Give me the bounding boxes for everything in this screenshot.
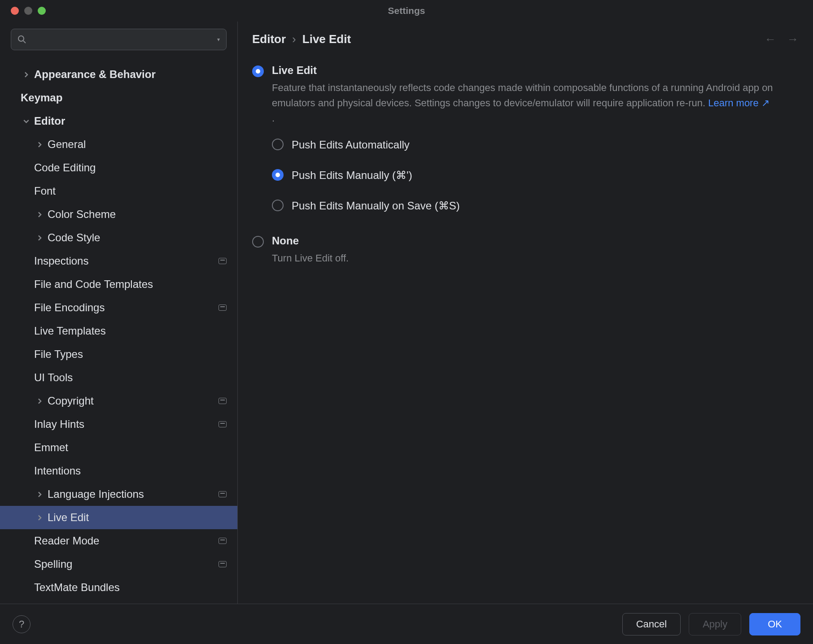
dialog-body: ▾ Appearance & BehaviorKeymapEditorGener… [0, 22, 813, 604]
chevron-down-icon[interactable] [21, 118, 31, 124]
radio-live-edit[interactable] [252, 65, 264, 77]
tree-item-file-encodings[interactable]: File Encodings [0, 296, 237, 319]
project-settings-icon [219, 538, 227, 544]
tree-item-label: Emmet [34, 441, 68, 454]
radio-sub-0[interactable] [272, 139, 284, 150]
tree-item-label: Editor [34, 115, 65, 127]
back-arrow-icon[interactable]: ← [765, 32, 776, 46]
tree-item-ui-tools[interactable]: UI Tools [0, 366, 237, 389]
tree-item-label: Spelling [34, 558, 72, 570]
tree-item-file-and-code-templates[interactable]: File and Code Templates [0, 273, 237, 296]
search-icon [17, 35, 26, 44]
tree-item-color-scheme[interactable]: Color Scheme [0, 203, 237, 226]
breadcrumb-parent[interactable]: Editor [252, 32, 286, 46]
tree-item-font[interactable]: Font [0, 179, 237, 203]
project-settings-icon [219, 398, 227, 404]
chevron-right-icon[interactable] [34, 235, 45, 241]
tree-item-label: Copyright [48, 395, 94, 407]
sub-option-1[interactable]: Push Edits Manually (⌘') [272, 169, 799, 182]
tree-item-label: Code Editing [34, 161, 96, 174]
tree-item-label: Inlay Hints [34, 418, 84, 431]
tree-item-inspections[interactable]: Inspections [0, 249, 237, 273]
tree-item-label: File and Code Templates [34, 278, 153, 291]
content-pane: Editor › Live Edit ← → Live Edit Feature… [238, 22, 813, 604]
tree-item-code-editing[interactable]: Code Editing [0, 156, 237, 179]
tree-item-code-style[interactable]: Code Style [0, 226, 237, 249]
tree-item-label: Code Style [48, 231, 100, 244]
maximize-window-button[interactable] [38, 7, 46, 15]
nav-arrows: ← → [765, 32, 799, 46]
project-settings-icon [219, 561, 227, 567]
tree-item-label: Reader Mode [34, 535, 99, 547]
tree-item-live-edit[interactable]: Live Edit [0, 506, 237, 529]
help-icon: ? [19, 618, 24, 630]
minimize-window-button[interactable] [24, 7, 32, 15]
apply-button[interactable]: Apply [689, 613, 741, 635]
tree-item-live-templates[interactable]: Live Templates [0, 319, 237, 343]
tree-item-label: Keymap [21, 91, 62, 104]
tree-item-label: Color Scheme [48, 208, 116, 221]
sub-option-2[interactable]: Push Edits Manually on Save (⌘S) [272, 200, 799, 212]
tree-item-label: UI Tools [34, 371, 73, 384]
close-window-button[interactable] [11, 7, 19, 15]
sub-option-0[interactable]: Push Edits Automatically [272, 139, 799, 151]
learn-more-link[interactable]: Learn more ↗ [708, 96, 769, 111]
tree-item-label: File Encodings [34, 301, 105, 314]
tree-item-appearance-behavior[interactable]: Appearance & Behavior [0, 63, 237, 86]
tree-item-textmate-bundles[interactable]: TextMate Bundles [0, 576, 237, 599]
chevron-right-icon[interactable] [21, 72, 31, 78]
tree-item-general[interactable]: General [0, 133, 237, 156]
tree-item-emmet[interactable]: Emmet [0, 436, 237, 459]
help-button[interactable]: ? [13, 615, 31, 633]
tree-item-label: General [48, 138, 86, 151]
tree-item-language-injections[interactable]: Language Injections [0, 483, 237, 506]
breadcrumb-current: Live Edit [302, 32, 351, 46]
tree-item-label: Live Templates [34, 325, 106, 337]
cancel-button[interactable]: Cancel [622, 613, 681, 635]
option-none-title: None [272, 235, 799, 247]
project-settings-icon [219, 421, 227, 427]
tree-item-file-types[interactable]: File Types [0, 343, 237, 366]
svg-line-1 [23, 41, 26, 43]
settings-tree[interactable]: Appearance & BehaviorKeymapEditorGeneral… [0, 57, 237, 604]
project-settings-icon [219, 491, 227, 497]
ok-button[interactable]: OK [749, 613, 800, 635]
tree-item-inlay-hints[interactable]: Inlay Hints [0, 413, 237, 436]
chevron-right-icon[interactable] [34, 212, 45, 218]
chevron-right-icon[interactable] [34, 492, 45, 497]
sidebar: ▾ Appearance & BehaviorKeymapEditorGener… [0, 22, 238, 604]
tree-item-editor[interactable]: Editor [0, 109, 237, 133]
dropdown-icon: ▾ [217, 36, 220, 43]
chevron-right-icon[interactable] [34, 398, 45, 404]
tree-item-label: Live Edit [48, 511, 89, 524]
search-box[interactable]: ▾ [11, 29, 227, 50]
tree-item-label: Appearance & Behavior [34, 68, 156, 81]
option-none[interactable]: None Turn Live Edit off. [252, 235, 799, 266]
radio-sub-2[interactable] [272, 200, 284, 211]
button-group: Cancel Apply OK [622, 613, 800, 635]
option-live-edit-title: Live Edit [272, 64, 799, 77]
chevron-right-icon[interactable] [34, 515, 45, 521]
forward-arrow-icon[interactable]: → [787, 32, 799, 46]
dialog-footer: ? Cancel Apply OK [0, 604, 813, 644]
option-live-edit[interactable]: Live Edit Feature that instantaneously r… [252, 64, 799, 230]
tree-item-copyright[interactable]: Copyright [0, 389, 237, 413]
sub-option-label: Push Edits Manually (⌘') [292, 169, 412, 182]
tree-item-spelling[interactable]: Spelling [0, 553, 237, 576]
radio-sub-1[interactable] [272, 169, 284, 181]
external-link-icon: ↗ [761, 96, 769, 111]
settings-window: Settings ▾ Appearance & BehaviorKeymapEd… [0, 0, 813, 644]
tree-item-keymap[interactable]: Keymap [0, 86, 237, 109]
window-controls [11, 7, 46, 15]
search-input[interactable] [31, 35, 213, 45]
tree-item-reader-mode[interactable]: Reader Mode [0, 529, 237, 553]
sub-option-label: Push Edits Manually on Save (⌘S) [292, 200, 460, 212]
breadcrumb: Editor › Live Edit ← → [252, 32, 799, 46]
svg-point-0 [18, 36, 24, 41]
radio-none[interactable] [252, 236, 264, 248]
tree-item-label: File Types [34, 348, 83, 361]
tree-item-label: Language Injections [48, 488, 144, 500]
chevron-right-icon[interactable] [34, 142, 45, 148]
tree-item-intentions[interactable]: Intentions [0, 459, 237, 483]
sub-options: Push Edits AutomaticallyPush Edits Manua… [272, 139, 799, 217]
